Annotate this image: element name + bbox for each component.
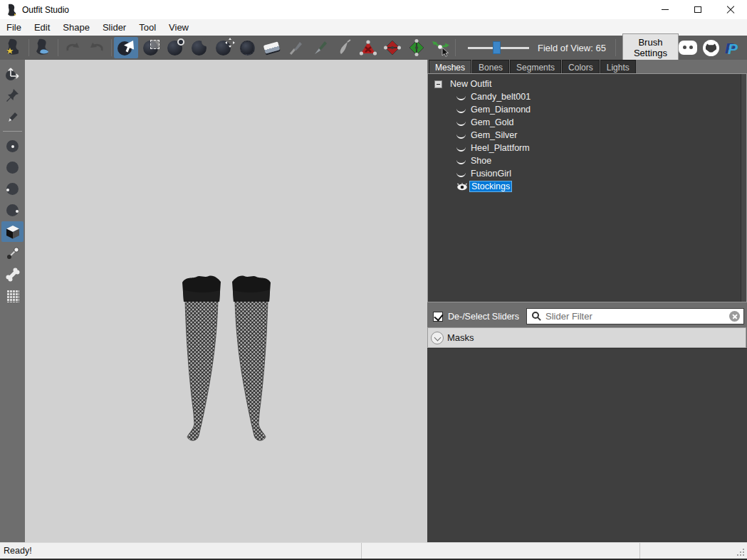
mesh-name[interactable]: Gem_Gold: [469, 117, 516, 128]
hidden-eye-icon[interactable]: [456, 158, 466, 164]
brush-settings-button[interactable]: Brush Settings: [622, 33, 679, 62]
hidden-eye-icon[interactable]: [456, 132, 466, 139]
tree-item-fusiongirl[interactable]: FusionGirl: [428, 167, 746, 180]
chevron-down-icon[interactable]: [431, 332, 444, 344]
flip-edge-icon: [383, 38, 402, 57]
mesh-name[interactable]: Heel_Plattform: [469, 142, 532, 154]
side-toolbar-separator: [3, 131, 22, 132]
hidden-eye-icon[interactable]: [456, 107, 466, 113]
undo-button[interactable]: [61, 37, 85, 58]
mesh-name[interactable]: Gem_Diamond: [469, 104, 533, 115]
window-controls: [649, 0, 747, 19]
visible-eye-icon[interactable]: [456, 183, 468, 191]
select-tool-button[interactable]: [114, 37, 138, 58]
transform-tool-button[interactable]: [1, 63, 23, 84]
show-floor-grid-button[interactable]: [1, 285, 23, 306]
tree-item-heel-plattform[interactable]: Heel_Plattform: [428, 142, 746, 154]
collapse-vertex-button[interactable]: [356, 37, 380, 58]
alpha-brush-button[interactable]: [332, 37, 356, 58]
show-bones-button[interactable]: [1, 264, 23, 285]
light-right-icon: [6, 204, 19, 216]
masks-section-header[interactable]: Masks: [427, 327, 746, 348]
window-title: Outfit Studio: [22, 5, 69, 15]
paypal-icon[interactable]: [725, 40, 740, 56]
slider-thumb[interactable]: [493, 41, 501, 54]
toolbar: Field of View: 65 Brush Settings: [0, 36, 747, 60]
split-edge-button[interactable]: [404, 37, 429, 58]
redo-button[interactable]: [85, 37, 109, 58]
hidden-eye-icon[interactable]: [456, 145, 466, 152]
move-brush-button[interactable]: [211, 37, 235, 58]
tab-segments[interactable]: Segments: [510, 60, 561, 73]
vertex-edges-icon: [5, 245, 21, 261]
menu-tool[interactable]: Tool: [132, 19, 162, 36]
undiff-brush-button[interactable]: [259, 37, 283, 58]
menu-edit[interactable]: Edit: [28, 19, 56, 36]
discord-icon[interactable]: [679, 41, 697, 55]
tree-item-stockings[interactable]: Stockings: [428, 180, 746, 193]
mesh-name[interactable]: Stockings: [469, 181, 512, 192]
collapse-icon[interactable]: [434, 80, 442, 88]
mask-brush-button[interactable]: [138, 37, 162, 58]
close-icon: [726, 6, 735, 14]
github-icon[interactable]: [703, 40, 719, 56]
slider-filter-input[interactable]: [544, 310, 726, 322]
mesh-name[interactable]: Shoe: [469, 155, 493, 167]
toolbar-separator: [615, 39, 616, 56]
close-button[interactable]: [714, 0, 747, 19]
tree-item-shoe[interactable]: Shoe: [428, 154, 746, 167]
tab-meshes[interactable]: Meshes: [429, 60, 471, 73]
menu-file[interactable]: File: [0, 19, 28, 36]
resize-grip[interactable]: [736, 548, 744, 556]
weight-brush-button[interactable]: [283, 37, 308, 58]
tree-item-gem-silver[interactable]: Gem_Silver: [428, 129, 746, 142]
deselect-sliders-label[interactable]: De-/Select Sliders: [448, 312, 519, 322]
textured-view-button[interactable]: [1, 221, 23, 242]
light-right-button[interactable]: [1, 200, 23, 221]
pencil-edit-button[interactable]: [1, 106, 23, 127]
light-center-button[interactable]: [1, 136, 23, 157]
bone-icon: [4, 266, 21, 283]
maximize-button[interactable]: [681, 0, 714, 19]
maximize-icon: [694, 6, 701, 13]
mesh-name[interactable]: FusionGirl: [469, 168, 513, 179]
minimize-button[interactable]: [649, 0, 681, 19]
flip-edge-button[interactable]: [380, 37, 404, 58]
new-project-button[interactable]: [2, 37, 26, 58]
wireframe-view-button[interactable]: [1, 243, 23, 263]
outfit-name[interactable]: New Outfit: [448, 78, 493, 90]
tab-lights[interactable]: Lights: [600, 60, 636, 73]
color-brush-button[interactable]: [308, 37, 332, 58]
load-project-button[interactable]: [31, 37, 56, 58]
inflate-brush-button[interactable]: [162, 37, 187, 58]
move-vertex-icon: [431, 38, 451, 57]
deflate-brush-button[interactable]: [187, 37, 211, 58]
main-content: Meshes Bones Segments Colors Lights New …: [0, 60, 747, 542]
field-of-view-slider[interactable]: [468, 41, 529, 54]
tree-item-candy-belt001[interactable]: Candy_belt001: [428, 90, 746, 103]
smooth-brush-button[interactable]: [235, 37, 259, 58]
menu-view[interactable]: View: [162, 19, 195, 36]
tree-item-gem-gold[interactable]: Gem_Gold: [428, 116, 746, 129]
tab-bones[interactable]: Bones: [472, 60, 509, 73]
deselect-sliders-checkbox[interactable]: [433, 312, 443, 322]
menu-slider[interactable]: Slider: [96, 19, 132, 36]
mesh-name[interactable]: Gem_Silver: [469, 130, 519, 141]
tree-root-new-outfit[interactable]: New Outfit: [428, 78, 746, 90]
menu-shape[interactable]: Shape: [56, 19, 96, 36]
mesh-name[interactable]: Candy_belt001: [469, 91, 533, 102]
tree-scrollbar[interactable]: [741, 74, 746, 302]
hidden-eye-icon[interactable]: [456, 120, 466, 126]
stockings-mesh[interactable]: [180, 273, 273, 450]
hidden-eye-icon[interactable]: [456, 94, 466, 100]
move-vertex-button[interactable]: [429, 37, 453, 58]
viewport-3d[interactable]: [25, 60, 427, 542]
light-ambient-button[interactable]: [1, 157, 23, 178]
hidden-eye-icon[interactable]: [456, 171, 466, 177]
light-left-button[interactable]: [1, 179, 23, 199]
tree-item-gem-diamond[interactable]: Gem_Diamond: [428, 103, 746, 116]
status-message: Ready!: [4, 546, 32, 556]
pin-tool-button[interactable]: [1, 85, 23, 105]
tab-colors[interactable]: Colors: [562, 60, 600, 73]
clear-filter-icon[interactable]: [729, 311, 740, 322]
